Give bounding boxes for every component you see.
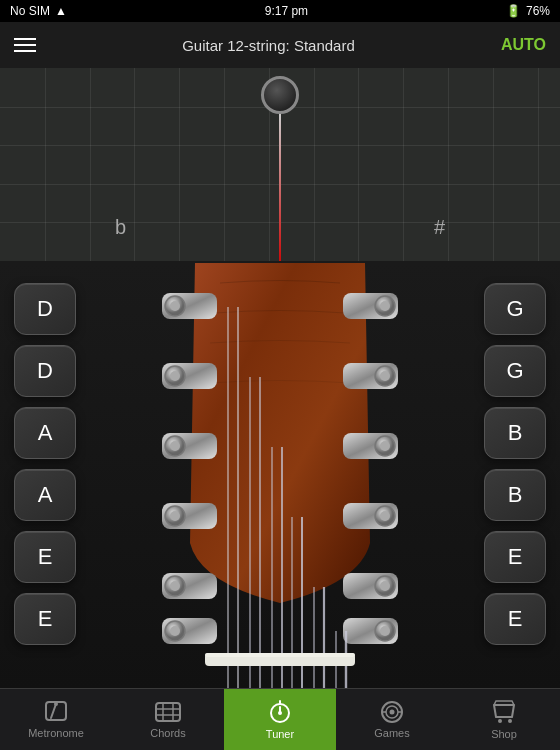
svg-point-32 <box>380 581 390 591</box>
nav-shop[interactable]: Shop <box>448 689 560 750</box>
svg-point-68 <box>508 719 512 723</box>
svg-rect-49 <box>205 653 355 657</box>
svg-point-14 <box>170 581 180 591</box>
svg-point-29 <box>380 511 390 521</box>
note-btn-A2[interactable]: A <box>14 469 76 521</box>
svg-point-20 <box>380 301 390 311</box>
note-btn-E2[interactable]: E <box>14 593 76 645</box>
note-buttons-left: D D A A E E <box>14 283 76 645</box>
games-icon <box>377 700 407 724</box>
battery-icon: 🔋 <box>506 4 521 18</box>
svg-point-64 <box>390 710 395 715</box>
nav-tuner-label: Tuner <box>266 728 294 740</box>
flat-label: b <box>115 216 126 239</box>
note-btn-G1[interactable]: G <box>484 283 546 335</box>
svg-point-11 <box>170 511 180 521</box>
svg-point-17 <box>170 626 180 636</box>
svg-point-61 <box>278 711 282 715</box>
guitar-visual <box>0 263 560 688</box>
svg-point-23 <box>380 371 390 381</box>
bottom-nav: Metronome Chords Tuner Games <box>0 688 560 750</box>
status-bar: No SIM ▲ 9:17 pm 🔋 76% <box>0 0 560 22</box>
nav-chords-label: Chords <box>150 727 185 739</box>
battery-label: 76% <box>526 4 550 18</box>
chords-icon <box>154 700 182 724</box>
tuner-needle <box>261 68 299 263</box>
note-btn-E1[interactable]: E <box>14 531 76 583</box>
svg-point-35 <box>380 626 390 636</box>
header: Guitar 12-string: Standard AUTO <box>0 22 560 68</box>
nav-games-label: Games <box>374 727 409 739</box>
note-btn-D1[interactable]: D <box>14 283 76 335</box>
sharp-label: # <box>434 216 445 239</box>
page-title: Guitar 12-string: Standard <box>182 37 355 54</box>
guitar-area: D D A A E E G G B B E <box>0 263 560 688</box>
note-btn-A1[interactable]: A <box>14 407 76 459</box>
shop-icon <box>491 699 517 725</box>
nav-metronome[interactable]: Metronome <box>0 689 112 750</box>
svg-point-67 <box>498 719 502 723</box>
nav-chords[interactable]: Chords <box>112 689 224 750</box>
menu-button[interactable] <box>14 38 36 52</box>
svg-point-5 <box>170 371 180 381</box>
needle-line <box>279 114 281 263</box>
note-btn-E3[interactable]: E <box>484 531 546 583</box>
note-btn-B2[interactable]: B <box>484 469 546 521</box>
svg-point-8 <box>170 441 180 451</box>
svg-line-51 <box>51 704 56 718</box>
needle-circle <box>261 76 299 114</box>
note-btn-G2[interactable]: G <box>484 345 546 397</box>
carrier-label: No SIM <box>10 4 50 18</box>
tuner-icon <box>267 699 293 725</box>
svg-point-2 <box>170 301 180 311</box>
auto-button[interactable]: AUTO <box>501 36 546 54</box>
metronome-icon <box>43 700 69 724</box>
svg-point-26 <box>380 441 390 451</box>
time-label: 9:17 pm <box>265 4 308 18</box>
note-btn-E4[interactable]: E <box>484 593 546 645</box>
note-btn-B1[interactable]: B <box>484 407 546 459</box>
tuner-display: b # <box>0 68 560 263</box>
svg-point-52 <box>54 702 58 706</box>
note-btn-D2[interactable]: D <box>14 345 76 397</box>
nav-tuner[interactable]: Tuner <box>224 689 336 750</box>
nav-games[interactable]: Games <box>336 689 448 750</box>
svg-rect-53 <box>156 703 180 721</box>
nav-metronome-label: Metronome <box>28 727 84 739</box>
note-buttons-right: G G B B E E <box>484 283 546 645</box>
wifi-icon: ▲ <box>55 4 67 18</box>
nav-shop-label: Shop <box>491 728 517 740</box>
